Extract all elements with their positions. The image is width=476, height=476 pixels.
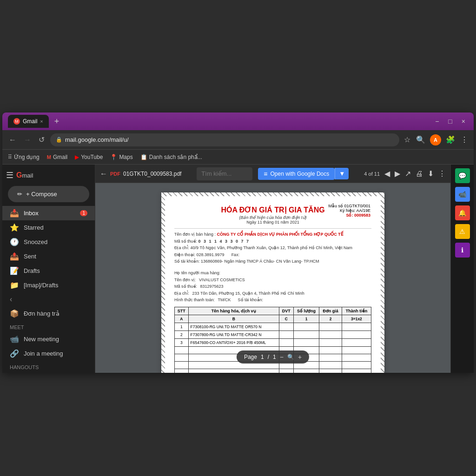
- url-display: mail.google.com/mail/u/: [65, 136, 129, 143]
- row1-stt: 1: [175, 323, 189, 331]
- title-bar: M Gmail × + − □ ×: [2, 112, 474, 130]
- notif-alert-icon[interactable]: 🔔: [455, 205, 470, 220]
- sidebar-item-hangouts[interactable]: ● vtalust - +: [2, 372, 95, 373]
- tab-bar: M Gmail × +: [8, 113, 429, 130]
- page-count-label: 4 of 11: [364, 171, 380, 177]
- new-tab-button[interactable]: +: [51, 117, 63, 126]
- compose-plus-icon: ✏: [17, 191, 22, 198]
- row1-quantity: [293, 323, 319, 331]
- buyer-info: Họ tên người mua hàng: Tên đơn vị: VIVAL…: [174, 268, 371, 303]
- seller-bank: 136860869- Ngân Hàng TMCP Á Châu- CN Văn…: [201, 259, 319, 264]
- sidebar-item-don-hang[interactable]: 📦 Đơn hàng trả: [2, 306, 95, 321]
- sidebar-item-join-meeting[interactable]: 🔗 Join a meeting: [2, 346, 95, 361]
- row1-price: [319, 323, 342, 331]
- drafts-icon: 📝: [10, 266, 19, 275]
- pdf-filename: 01GTKT0_0009583.pdf: [123, 171, 181, 177]
- zoom-in-button[interactable]: +: [298, 353, 302, 361]
- gmail-tab-icon: M: [13, 118, 20, 125]
- table-row: 2 F7307800-RG UNI.TD MATTE-CR342 N: [175, 331, 371, 338]
- bookmark-star-icon[interactable]: ☆: [403, 134, 411, 145]
- compose-button[interactable]: ✏ + Compose: [8, 186, 89, 202]
- more-options-icon[interactable]: ⋮: [460, 134, 469, 145]
- sidebar-item-sent[interactable]: 📤 Sent: [2, 249, 95, 264]
- row3-price: [319, 338, 342, 346]
- back-button[interactable]: ←: [7, 134, 18, 146]
- lock-icon: 🔒: [56, 137, 62, 143]
- hamburger-menu[interactable]: ☰: [6, 170, 13, 180]
- maps-label: Maps: [119, 154, 132, 160]
- snoozed-icon: 🕐: [10, 238, 19, 246]
- maps-icon: 📍: [110, 154, 117, 160]
- empty-row: [175, 369, 371, 373]
- download-icon[interactable]: ⬇: [428, 169, 434, 178]
- navigation-bar: ← → ↺ 🔒 mail.google.com/mail/u/ ☆ 🔍 A 🧩 …: [2, 130, 474, 150]
- gmail-tab[interactable]: M Gmail ×: [8, 115, 49, 128]
- sidebar-item-new-meeting[interactable]: 📹 New meeting: [2, 332, 95, 346]
- sidebar-item-starred[interactable]: ⭐ Starred: [2, 220, 95, 235]
- gmail-bookmark[interactable]: M Gmail: [47, 154, 68, 160]
- apps-bookmark[interactable]: ⠿ Ứng dụng: [8, 154, 40, 160]
- starred-label: Starred: [24, 224, 44, 231]
- row3-dvt: [279, 338, 294, 346]
- browser-window: M Gmail × + − □ × ← → ↺ 🔒 mail.google.co…: [2, 112, 474, 373]
- inbox-badge: 1: [80, 210, 87, 216]
- sidebar-item-drafts[interactable]: 📝 Drafts: [2, 264, 95, 278]
- row2-product: F7307800-RG UNI.TD MATTE-CR342 N: [188, 331, 279, 338]
- table-header-row-1: STT Tên hàng hóa, dịch vụ DVT Số lượng Đ…: [175, 307, 371, 315]
- notif-info-icon[interactable]: ℹ: [455, 243, 470, 258]
- close-button[interactable]: ×: [459, 118, 468, 125]
- share-icon[interactable]: ↗: [405, 169, 411, 178]
- seller-company-name: CÔNG TY CỔ PHẦN DỊCH VỤ PHÂN PHỐI TỔNG H…: [217, 232, 344, 237]
- pdf-search-input[interactable]: [197, 167, 252, 180]
- pdf-back-icon[interactable]: ←: [100, 170, 107, 178]
- search-icon[interactable]: 🔍: [415, 134, 426, 145]
- minimize-button[interactable]: −: [432, 118, 442, 125]
- extensions-icon[interactable]: 🧩: [445, 134, 456, 145]
- bookmarks-bar: ⠿ Ứng dụng M Gmail ▶ YouTube 📍 Maps 📋 Da…: [2, 150, 474, 165]
- page-label: Page: [244, 354, 257, 360]
- gmail-tab-label: Gmail: [23, 118, 37, 125]
- inbox-icon: 📥: [10, 209, 19, 218]
- maps-bookmark[interactable]: 📍 Maps: [110, 154, 132, 160]
- seller-address: 40/9 Tô Ngọc Vân, Phường Thanh Xuân, Quậ…: [191, 245, 353, 250]
- snoozed-label: Snoozed: [24, 238, 47, 245]
- sidebar-collapse-btn[interactable]: ‹: [2, 292, 95, 306]
- youtube-bookmark[interactable]: ▶ YouTube: [75, 154, 103, 160]
- row3-total: [342, 338, 371, 346]
- zoom-out-button[interactable]: −: [280, 353, 284, 361]
- meet-section-label: Meet: [2, 321, 95, 332]
- sidebar-item-imap-drafts[interactable]: 📁 [Imap]/Drafts: [2, 278, 95, 292]
- th-dvt: DVT: [279, 307, 294, 315]
- th-a: A: [175, 315, 189, 323]
- danh-sach-bookmark[interactable]: 📋 Danh sách sản phẩ...: [140, 154, 202, 160]
- reload-button[interactable]: ↺: [37, 133, 46, 146]
- pdf-icon: PDF: [110, 171, 120, 177]
- sidebar-item-snoozed[interactable]: 🕐 Snoozed: [2, 235, 95, 249]
- more-options-pdf-icon[interactable]: ⋮: [438, 169, 446, 178]
- folder-icon: 📋: [140, 154, 147, 160]
- youtube-icon: ▶: [75, 154, 79, 160]
- print-icon[interactable]: 🖨: [416, 170, 423, 178]
- open-with-dropdown-button[interactable]: ▼: [335, 168, 349, 179]
- maximize-button[interactable]: □: [445, 118, 455, 125]
- notif-meet-icon[interactable]: 📹: [455, 187, 470, 202]
- address-bar[interactable]: 🔒 mail.google.com/mail/u/: [50, 133, 399, 146]
- forward-button[interactable]: →: [22, 134, 33, 146]
- sidebar-item-inbox[interactable]: 📥 Inbox 1: [2, 206, 95, 220]
- buyer-address: 233 Tôn Dân, Phường 15, Quận 4, Thành Ph…: [192, 291, 304, 296]
- invoice-date: Ngày 11 tháng 01 năm 2021: [174, 220, 371, 225]
- prev-page-icon[interactable]: ◀: [384, 169, 390, 178]
- new-meeting-label: New meeting: [24, 336, 59, 343]
- pdf-content: Mẫu số 01GTKT0/001 Ký hiệu: AA/19E Số: 0…: [95, 183, 450, 373]
- invoice-meta: Mẫu số 01GTKT0/001 Ký hiệu: AA/19E Số: 0…: [328, 204, 370, 218]
- desktop: M Gmail × + − □ × ← → ↺ 🔒 mail.google.co…: [0, 0, 476, 476]
- pdf-toolbar: ← PDF 01GTKT0_0009583.pdf ≡ Open with Go…: [95, 165, 450, 183]
- next-page-icon[interactable]: ▶: [395, 169, 400, 178]
- imap-drafts-label: [Imap]/Drafts: [24, 282, 58, 289]
- row2-stt: 2: [175, 331, 189, 338]
- open-with-google-docs-button[interactable]: ≡ Open with Google Docs: [258, 168, 335, 180]
- tab-close-btn[interactable]: ×: [40, 119, 43, 124]
- notif-hangouts-icon[interactable]: 💬: [455, 168, 470, 183]
- notif-warning-icon[interactable]: ⚠: [455, 224, 470, 239]
- user-avatar-badge[interactable]: A: [430, 134, 441, 145]
